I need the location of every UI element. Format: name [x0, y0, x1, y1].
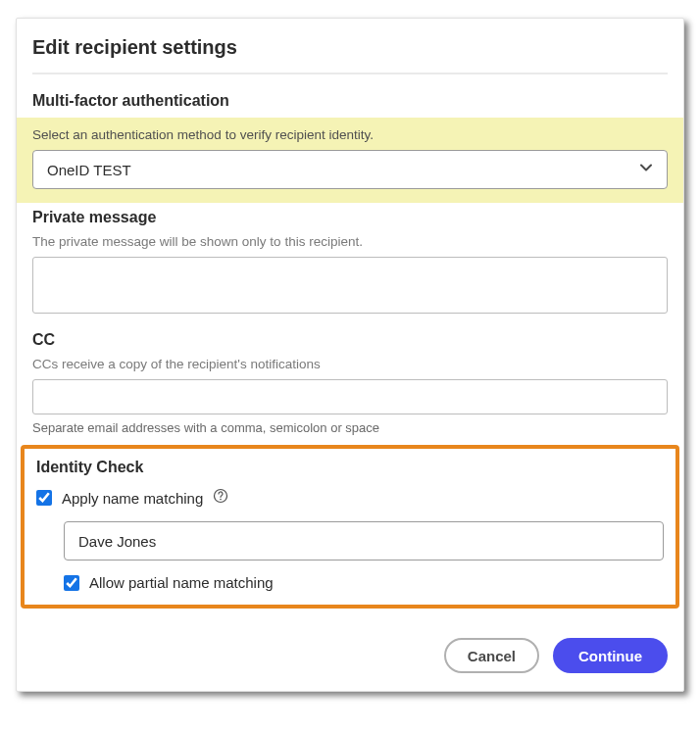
continue-button[interactable]: Continue: [553, 638, 668, 673]
cc-heading: CC: [32, 331, 668, 349]
identity-check-panel: Identity Check Apply name matching Allow: [21, 445, 679, 609]
mfa-helper: Select an authentication method to verif…: [32, 127, 668, 142]
cc-input[interactable]: [32, 379, 668, 414]
dialog-footer: Cancel Continue: [17, 609, 683, 673]
allow-partial-checkbox[interactable]: [64, 575, 79, 591]
private-message-input[interactable]: [32, 257, 668, 314]
mfa-highlight: Select an authentication method to verif…: [17, 118, 683, 203]
help-icon[interactable]: [213, 488, 228, 508]
mfa-selected-value: OneID TEST: [47, 162, 131, 178]
mfa-heading: Multi-factor authentication: [32, 92, 668, 110]
cancel-button[interactable]: Cancel: [444, 638, 539, 673]
svg-point-1: [220, 499, 222, 501]
cc-helper: CCs receive a copy of the recipient's no…: [32, 357, 668, 371]
private-message-helper: The private message will be shown only t…: [32, 234, 668, 249]
apply-name-matching-checkbox[interactable]: [36, 490, 52, 506]
apply-name-matching-label: Apply name matching: [62, 490, 203, 507]
edit-recipient-dialog: Edit recipient settings Multi-factor aut…: [16, 18, 684, 692]
name-matching-input[interactable]: [64, 521, 664, 560]
divider: [32, 73, 668, 74]
dialog-title: Edit recipient settings: [32, 32, 668, 73]
cc-hint: Separate email addresses with a comma, s…: [32, 420, 668, 435]
private-message-heading: Private message: [32, 209, 668, 226]
allow-partial-label: Allow partial name matching: [89, 574, 274, 591]
identity-heading: Identity Check: [36, 459, 664, 476]
mfa-method-select[interactable]: OneID TEST: [32, 150, 668, 189]
